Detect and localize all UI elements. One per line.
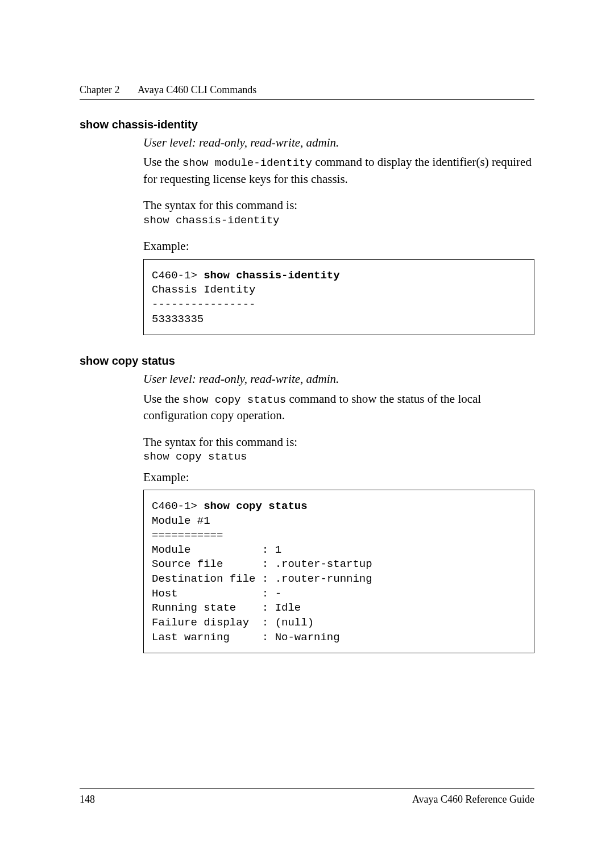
example-label-1: Example: [143, 238, 534, 254]
syntax-label-1: The syntax for this command is: [143, 197, 534, 213]
user-level-1: User level: read-only, read-write, admin… [143, 135, 534, 151]
code-prompt-1: C460-1> [152, 269, 204, 282]
section-body-2: User level: read-only, read-write, admin… [143, 371, 534, 653]
code-block-2: C460-1> show copy status Module #1 =====… [143, 490, 534, 653]
code-block-1: C460-1> show chassis-identity Chassis Id… [143, 259, 534, 336]
desc-pre-1: Use the [143, 155, 182, 169]
description-1: Use the show module-identity command to … [143, 154, 534, 187]
page: Chapter 2 Avaya C460 CLI Commands show c… [0, 0, 614, 868]
content-area: Chapter 2 Avaya C460 CLI Commands show c… [80, 84, 534, 653]
code-prompt-2: C460-1> [152, 500, 204, 512]
code-body-1: Chassis Identity ---------------- 533333… [152, 283, 255, 325]
page-footer: 148 Avaya C460 Reference Guide [80, 788, 534, 806]
desc-code-1: show module-identity [182, 157, 312, 169]
description-2: Use the show copy status command to show… [143, 391, 534, 424]
book-title: Avaya C460 Reference Guide [412, 794, 534, 806]
syntax-label-2: The syntax for this command is: [143, 434, 534, 450]
running-header: Chapter 2 Avaya C460 CLI Commands [80, 84, 534, 100]
section-title-1: show chassis-identity [80, 118, 534, 131]
user-level-2: User level: read-only, read-write, admin… [143, 371, 534, 387]
chapter-title: Avaya C460 CLI Commands [138, 84, 256, 95]
code-body-2: Module #1 =========== Module : 1 Source … [152, 515, 372, 644]
code-cmd-1: show chassis-identity [204, 269, 339, 282]
syntax-cmd-2: show copy status [143, 450, 534, 465]
section-title-2: show copy status [80, 354, 534, 368]
page-number: 148 [80, 794, 95, 806]
section-body-1: User level: read-only, read-write, admin… [143, 135, 534, 335]
example-label-2: Example: [143, 469, 534, 485]
syntax-cmd-1: show chassis-identity [143, 214, 534, 228]
code-cmd-2: show copy status [204, 500, 307, 512]
desc-code-2: show copy status [182, 394, 286, 406]
desc-pre-2: Use the [143, 392, 182, 406]
chapter-label: Chapter 2 [80, 84, 119, 96]
